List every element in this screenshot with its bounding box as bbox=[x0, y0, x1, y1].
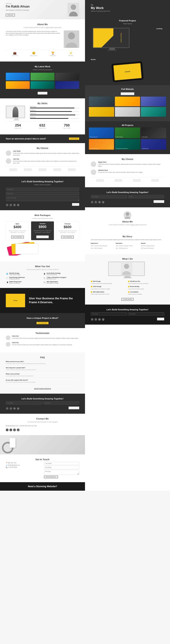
skill-fill-4 bbox=[30, 118, 68, 119]
unique-project-button[interactable]: Get a Quote bbox=[37, 322, 49, 324]
git-message-input[interactable] bbox=[44, 470, 79, 475]
social-google[interactable]: g bbox=[17, 204, 20, 206]
rc2-social-in[interactable]: in bbox=[98, 318, 101, 321]
view-all-button[interactable]: View All bbox=[38, 92, 47, 94]
what-i-do-section: What I Do Web Design bbox=[85, 254, 170, 305]
cta2-name-input[interactable] bbox=[6, 401, 42, 405]
rc2-social-g[interactable]: g bbox=[102, 318, 104, 321]
skill-bg-2 bbox=[30, 111, 79, 112]
cta-name-input[interactable] bbox=[6, 188, 79, 191]
cta2-social-facebook[interactable]: f bbox=[6, 407, 9, 410]
cta2-social-twitter[interactable]: t bbox=[10, 407, 12, 410]
contact-social-facebook[interactable]: f bbox=[6, 428, 9, 431]
fwi-4[interactable] bbox=[89, 107, 114, 117]
mobile-tablet: DESIGN bbox=[111, 61, 144, 82]
git-email-input[interactable] bbox=[44, 466, 79, 469]
work-item-2[interactable] bbox=[31, 73, 55, 80]
fwi-2[interactable] bbox=[115, 97, 140, 106]
right-cta2-socials: f t in g bbox=[91, 318, 104, 321]
cta-send-button[interactable]: Send bbox=[72, 203, 79, 206]
rc2-social-f[interactable]: f bbox=[91, 318, 93, 321]
all-projects-title: All Projects bbox=[89, 124, 166, 126]
right-social-f[interactable]: f bbox=[91, 201, 93, 204]
project-card-4[interactable]: Consultant Agency bbox=[89, 139, 114, 150]
latest-work-subtitle: Website & Branding experiences bbox=[6, 69, 79, 71]
contact-info: info@rakibahsan.com +1 234 567 8901 New … bbox=[6, 425, 79, 427]
social-twitter[interactable]: t bbox=[10, 204, 12, 206]
cta2-form bbox=[6, 401, 79, 405]
fwi-3[interactable] bbox=[141, 97, 166, 106]
my-story-title: My Story bbox=[91, 235, 164, 238]
right-cta-name-input[interactable] bbox=[91, 195, 127, 198]
git-send-button[interactable]: Send Message bbox=[44, 476, 58, 478]
feature-desc-3: Professional emails bbox=[9, 278, 25, 280]
cta2-email-input[interactable] bbox=[43, 401, 79, 405]
story-edu-title: Education bbox=[116, 243, 139, 244]
testimonial-content-1: Client One Lorem ipsum dolor sit amet co… bbox=[12, 336, 78, 340]
cta2-social-linkedin[interactable]: in bbox=[13, 407, 16, 410]
git-name-input[interactable] bbox=[44, 462, 79, 465]
cta2-title: Let's Build Something Amazing Together! bbox=[6, 398, 79, 400]
number-coffee: 700 Cups of Coffee bbox=[63, 124, 71, 129]
faq-q-1[interactable]: What services do you offer? bbox=[6, 361, 79, 362]
right-cta2-title: Let's Build Something Amazing Together! bbox=[91, 308, 164, 311]
skill-label-3: HTML/CSS bbox=[30, 113, 79, 114]
project-card-2[interactable]: Coffee Website bbox=[115, 128, 140, 138]
work-item-3[interactable] bbox=[55, 73, 79, 80]
right-social-t[interactable]: t bbox=[94, 201, 97, 204]
contact-social-google[interactable]: g bbox=[17, 428, 20, 431]
contact-social-twitter[interactable]: t bbox=[10, 428, 12, 431]
cta2-button[interactable]: Let's Talk bbox=[69, 406, 79, 409]
contact-social-linkedin[interactable]: in bbox=[13, 428, 16, 431]
project-card-3[interactable]: Design Blog bbox=[141, 128, 166, 138]
right-cta-email-input[interactable] bbox=[128, 195, 164, 198]
story-exp: Experience 2015 - Present Freelance Desi… bbox=[91, 243, 114, 250]
social-linkedin[interactable]: in bbox=[13, 204, 16, 206]
cta-email-input[interactable] bbox=[6, 192, 79, 195]
plan-basic-btn[interactable]: Get Started bbox=[11, 236, 24, 238]
plan-standard-btn[interactable]: Get Started bbox=[36, 236, 49, 238]
right-cta2-btn[interactable]: Send bbox=[157, 318, 164, 320]
project-card-1[interactable]: Food Restaurant bbox=[89, 128, 114, 138]
faq-q-4[interactable]: Do you offer support after launch? bbox=[6, 380, 79, 381]
work-item-6[interactable] bbox=[55, 81, 79, 89]
full-website-btn[interactable]: View Project bbox=[121, 92, 134, 95]
cta1-content: Have an awesome project idea in mind? Le… bbox=[6, 137, 79, 140]
fwi-5[interactable] bbox=[115, 107, 140, 117]
social-facebook[interactable]: f bbox=[6, 204, 9, 206]
featured-monitor: DESIGN AGENCY bbox=[93, 28, 131, 51]
right-client-name-2: Satisfied Client bbox=[98, 170, 143, 171]
cta2-social-google[interactable]: g bbox=[17, 407, 20, 410]
faq-q-2[interactable]: How long does a project take? bbox=[6, 367, 79, 368]
right-cta2-name[interactable] bbox=[91, 312, 127, 316]
work-item-5[interactable] bbox=[31, 81, 55, 89]
plan-premium-features: 15 Pages Responsive Design SEO Optimizat… bbox=[58, 230, 77, 234]
right-social-in[interactable]: in bbox=[98, 201, 101, 204]
unique-project-title: Have a Unique Project in Mind? bbox=[6, 317, 79, 319]
cta-message-input[interactable] bbox=[6, 196, 79, 201]
right-social-g[interactable]: g bbox=[102, 201, 104, 204]
about-right-avatar bbox=[124, 211, 131, 219]
feature-title-2: Social Media Strategy bbox=[47, 272, 61, 274]
work-item-4[interactable] bbox=[6, 81, 30, 89]
right-cta-btn[interactable]: Let's Talk bbox=[153, 200, 164, 203]
rc2-social-t[interactable]: t bbox=[94, 318, 97, 321]
work-item-1[interactable] bbox=[6, 73, 30, 80]
faq-link[interactable]: Get All Questions Answered bbox=[34, 388, 51, 389]
feature-title-3: Email Design Optimized bbox=[9, 277, 25, 278]
hire-me-button[interactable]: Hire Me bbox=[6, 14, 15, 16]
project-card-6[interactable]: Landing Page bbox=[141, 139, 166, 150]
faq-q-3[interactable]: What is your pricing? bbox=[6, 373, 79, 374]
faq-a-3: Lorem ipsum dolor sit amet consectetur a… bbox=[6, 375, 79, 377]
right-cta2-email[interactable] bbox=[128, 312, 164, 316]
project-label-1: Food Restaurant bbox=[90, 136, 98, 138]
fwi-6[interactable] bbox=[141, 107, 166, 117]
fwi-1[interactable] bbox=[89, 97, 114, 106]
wid-learn-more[interactable]: Learn More bbox=[121, 298, 134, 301]
plan-premium-btn[interactable]: Get Started bbox=[61, 236, 74, 238]
pricing-subtitle: Choose a plan that fits your needs bbox=[6, 218, 79, 220]
feature-title-5: Mobile Responsive bbox=[9, 281, 22, 282]
cta1-button[interactable]: Let's Talk bbox=[69, 138, 79, 140]
wid-item-1: Web Design Creating beautiful and functi… bbox=[91, 280, 127, 285]
project-card-5[interactable]: Photography Marketplace bbox=[115, 139, 140, 150]
